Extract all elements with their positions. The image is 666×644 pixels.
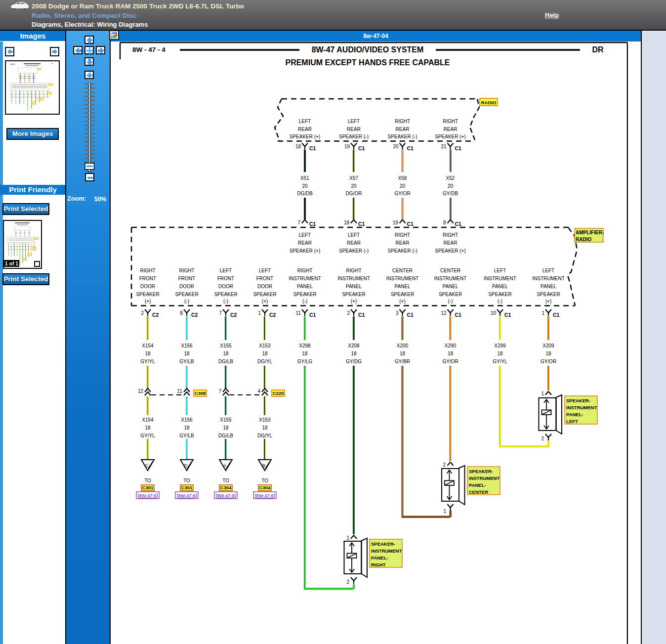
svg-text:SPEAKER: SPEAKER xyxy=(342,292,365,297)
svg-text:21: 21 xyxy=(441,144,447,149)
svg-text:GY/OR: GY/OR xyxy=(394,191,410,196)
svg-text:PANEL: PANEL xyxy=(492,284,508,289)
svg-text:C1: C1 xyxy=(358,312,365,318)
svg-text:LEFT: LEFT xyxy=(348,232,360,238)
svg-text:RIGHT: RIGHT xyxy=(179,268,194,273)
svg-text:2: 2 xyxy=(346,579,349,585)
svg-text:7: 7 xyxy=(219,310,222,316)
svg-text:RIGHT: RIGHT xyxy=(395,119,410,124)
svg-text:X298: X298 xyxy=(299,343,311,348)
svg-text:TO: TO xyxy=(183,478,190,483)
svg-text:LEFT: LEFT xyxy=(220,268,232,273)
svg-text:SPEAKER: SPEAKER xyxy=(253,292,276,297)
svg-text:GY/YL: GY/YL xyxy=(493,359,507,364)
svg-text:INSTRUMENT: INSTRUMENT xyxy=(532,276,565,281)
svg-text:RIGHT: RIGHT xyxy=(395,232,410,238)
svg-text:GY/LB: GY/LB xyxy=(179,359,194,364)
svg-text:C1: C1 xyxy=(309,145,316,151)
svg-text:(-): (-) xyxy=(498,299,502,304)
svg-text:SPEAKER: SPEAKER xyxy=(439,292,462,297)
svg-text:C301: C301 xyxy=(181,485,193,490)
svg-text:DG/YL: DG/YL xyxy=(257,359,272,364)
svg-text:C1: C1 xyxy=(407,221,414,227)
svg-text:SPEAKER: SPEAKER xyxy=(488,292,511,297)
svg-text:GY/DG: GY/DG xyxy=(346,359,362,364)
svg-text:1: 1 xyxy=(346,535,349,541)
svg-text:SPEAKER: SPEAKER xyxy=(214,292,237,297)
svg-text:REAR: REAR xyxy=(298,240,312,246)
svg-text:DOOR: DOOR xyxy=(179,284,194,289)
svg-text:GY/LB: GY/LB xyxy=(179,433,194,438)
svg-text:C1: C1 xyxy=(407,312,414,318)
svg-text:INSTRUMENT: INSTRUMENT xyxy=(469,475,500,481)
svg-text:CENTER: CENTER xyxy=(392,268,413,273)
svg-text:PANEL: PANEL xyxy=(394,284,410,289)
svg-text:REAR: REAR xyxy=(298,127,312,132)
svg-text:19: 19 xyxy=(392,220,398,225)
svg-text:DG/YL: DG/YL xyxy=(257,433,272,438)
svg-text:(+): (+) xyxy=(145,299,151,304)
svg-text:SPEAKER (-): SPEAKER (-) xyxy=(339,134,369,139)
svg-text:DG/LB: DG/LB xyxy=(218,359,233,364)
svg-text:X153: X153 xyxy=(259,343,271,348)
svg-text:SPEAKER-: SPEAKER- xyxy=(566,398,590,403)
svg-text:4: 4 xyxy=(257,388,260,394)
svg-text:X208: X208 xyxy=(348,343,360,348)
svg-text:FRONT: FRONT xyxy=(178,276,195,281)
svg-text:SPEAKER (+): SPEAKER (+) xyxy=(290,134,321,139)
svg-text:DOOR: DOOR xyxy=(140,284,155,289)
svg-text:SPEAKER: SPEAKER xyxy=(293,292,316,297)
svg-text:2: 2 xyxy=(541,436,544,441)
svg-text:C1: C1 xyxy=(358,221,365,227)
svg-text:X154: X154 xyxy=(142,343,154,348)
svg-text:REAR: REAR xyxy=(396,127,410,132)
svg-text:18: 18 xyxy=(184,351,190,356)
svg-text:X52: X52 xyxy=(446,175,455,181)
svg-text:X154: X154 xyxy=(142,417,154,423)
svg-text:REAR: REAR xyxy=(347,240,361,246)
svg-text:LEFT: LEFT xyxy=(299,119,311,124)
svg-text:RIGHT: RIGHT xyxy=(443,119,458,124)
svg-text:C2: C2 xyxy=(269,312,276,318)
svg-text:LEFT: LEFT xyxy=(348,119,360,124)
svg-text:RIGHT: RIGHT xyxy=(371,562,386,567)
svg-text:FRONT: FRONT xyxy=(139,276,156,281)
svg-text:SPEAKER (+): SPEAKER (+) xyxy=(435,134,466,139)
svg-text:C2: C2 xyxy=(152,312,159,318)
svg-text:(-): (-) xyxy=(223,299,228,304)
svg-text:SPEAKER: SPEAKER xyxy=(391,292,414,297)
svg-text:C220: C220 xyxy=(273,390,284,396)
svg-text:C1: C1 xyxy=(309,221,316,227)
svg-text:PREMIUM EXCEPT HANDS FREE CAPA: PREMIUM EXCEPT HANDS FREE CAPABLE xyxy=(285,58,450,67)
svg-text:20: 20 xyxy=(302,183,308,189)
svg-text:3: 3 xyxy=(396,310,399,316)
svg-text:18: 18 xyxy=(223,351,229,356)
svg-text:PANEL-: PANEL- xyxy=(566,412,583,417)
svg-text:INSTRUMENT: INSTRUMENT xyxy=(337,276,370,281)
svg-text:PANEL: PANEL xyxy=(442,284,458,289)
svg-text:C1: C1 xyxy=(358,145,365,151)
svg-text:LEFT: LEFT xyxy=(494,268,506,273)
svg-text:C1: C1 xyxy=(504,312,511,318)
svg-text:PANEL-: PANEL- xyxy=(371,555,388,560)
svg-text:(+): (+) xyxy=(351,299,357,304)
svg-text:TO: TO xyxy=(222,478,229,483)
svg-text:X153: X153 xyxy=(259,417,271,423)
svg-text:SPEAKER-: SPEAKER- xyxy=(469,469,493,474)
svg-text:DG/OR: DG/OR xyxy=(346,191,362,196)
svg-text:20: 20 xyxy=(351,183,357,189)
svg-text:18: 18 xyxy=(184,425,190,430)
svg-text:GY/YL: GY/YL xyxy=(140,359,155,364)
svg-text:DOOR: DOOR xyxy=(218,284,233,289)
svg-text:18: 18 xyxy=(145,351,151,356)
svg-text:CENTER: CENTER xyxy=(469,489,488,495)
svg-text:TO: TO xyxy=(261,478,268,483)
svg-text:C304: C304 xyxy=(259,485,271,490)
svg-text:GY/BR: GY/BR xyxy=(395,359,410,364)
svg-text:RIGHT: RIGHT xyxy=(297,268,312,273)
svg-text:INSTRUMENT: INSTRUMENT xyxy=(434,276,467,281)
svg-text:X209: X209 xyxy=(542,343,554,348)
svg-text:PANEL: PANEL xyxy=(541,284,556,289)
svg-text:RIGHT: RIGHT xyxy=(443,232,458,238)
svg-text:18: 18 xyxy=(497,351,503,356)
